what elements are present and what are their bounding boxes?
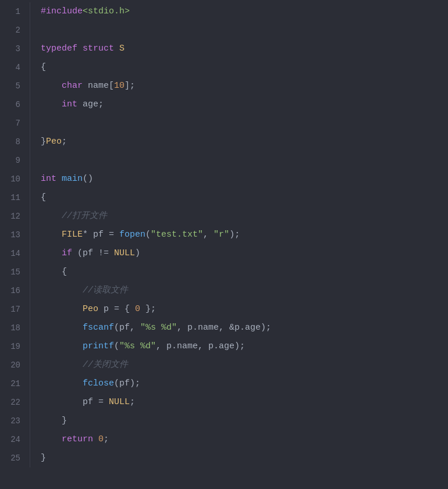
token	[93, 430, 98, 449]
token: <stdio.h>	[83, 2, 130, 21]
line-number: 13	[5, 226, 20, 244]
line-number: 23	[5, 412, 20, 430]
token: (pf !=	[72, 244, 114, 263]
code-line	[41, 114, 448, 133]
code-line: if (pf != NULL)	[41, 244, 448, 263]
line-number: 4	[5, 58, 20, 77]
token: 0	[98, 430, 104, 449]
token: {	[62, 263, 67, 281]
token: ;	[130, 393, 135, 412]
code-line: fscanf(pf, "%s %d", p.name, &p.age);	[41, 319, 448, 337]
token: {	[41, 188, 46, 207]
token: fopen	[119, 226, 145, 244]
code-line: //关闭文件	[41, 356, 448, 374]
token: char	[62, 77, 83, 95]
token: )	[135, 244, 140, 263]
token: #include	[41, 2, 83, 21]
token: "r"	[214, 226, 229, 244]
line-number: 19	[5, 337, 20, 356]
code-line: Peo p = { 0 };	[41, 300, 448, 319]
token: //读取文件	[83, 281, 128, 300]
line-number: 6	[5, 95, 20, 114]
line-number: 8	[5, 133, 20, 151]
token: , p.name, &p.age);	[177, 319, 271, 337]
code-line: FILE* pf = fopen("test.txt", "r");	[41, 226, 448, 244]
token: int	[41, 170, 56, 188]
line-number: 2	[5, 21, 20, 40]
code-line: //打开文件	[41, 207, 448, 226]
line-number: 14	[5, 244, 20, 263]
token: "%s %d"	[119, 337, 156, 356]
token: FILE	[62, 226, 83, 244]
token: }	[62, 412, 67, 430]
line-number: 10	[5, 170, 20, 188]
line-number: 22	[5, 393, 20, 412]
line-number: 3	[5, 40, 20, 58]
token: , p.name, p.age);	[156, 337, 245, 356]
token	[41, 319, 83, 337]
code-line: }	[41, 449, 448, 467]
code-line: }	[41, 412, 448, 430]
token: "test.txt"	[151, 226, 203, 244]
line-number: 18	[5, 319, 20, 337]
token: );	[229, 226, 240, 244]
token: Peo	[46, 133, 62, 151]
code-line: {	[41, 58, 448, 77]
line-number: 12	[5, 207, 20, 226]
token: main	[62, 170, 83, 188]
token	[77, 40, 83, 58]
token	[41, 300, 83, 319]
code-line	[41, 21, 448, 40]
token: ,	[203, 226, 214, 244]
code-line: pf = NULL;	[41, 393, 448, 412]
line-number: 1	[5, 2, 20, 21]
token	[41, 263, 62, 281]
token: };	[140, 300, 156, 319]
line-number: 5	[5, 77, 20, 95]
line-number-gutter: 1234567891011121314151617181920212223242…	[0, 2, 30, 467]
line-number: 9	[5, 151, 20, 170]
code-content: #include<stdio.h> typedef struct S{ char…	[30, 2, 448, 467]
token: ()	[83, 170, 93, 188]
token: //打开文件	[62, 207, 107, 226]
line-number: 16	[5, 281, 20, 300]
code-line: }Peo;	[41, 133, 448, 151]
token: fscanf	[83, 319, 114, 337]
token: fclose	[83, 374, 114, 393]
token: age;	[77, 95, 104, 114]
code-line: typedef struct S	[41, 40, 448, 58]
token	[41, 393, 83, 412]
line-number: 15	[5, 263, 20, 281]
token	[41, 77, 62, 95]
token	[41, 412, 62, 430]
code-line: char name[10];	[41, 77, 448, 95]
token: struct	[83, 40, 114, 58]
token: }	[41, 133, 46, 151]
line-number: 21	[5, 374, 20, 393]
line-number: 17	[5, 300, 20, 319]
line-number: 11	[5, 188, 20, 207]
token	[41, 244, 62, 263]
code-line: return 0;	[41, 430, 448, 449]
token: typedef	[41, 40, 77, 58]
token	[41, 226, 62, 244]
token	[41, 374, 83, 393]
token: (pf);	[114, 374, 140, 393]
token: //关闭文件	[83, 356, 128, 374]
token: "%s %d"	[140, 319, 177, 337]
token: if	[62, 244, 72, 263]
token: printf	[83, 337, 114, 356]
token: S	[114, 40, 125, 58]
token: pf =	[83, 393, 109, 412]
line-number: 7	[5, 114, 20, 133]
token: (	[114, 337, 119, 356]
token: }	[41, 449, 46, 467]
line-number: 24	[5, 430, 20, 449]
code-line: {	[41, 188, 448, 207]
code-line: //读取文件	[41, 281, 448, 300]
token: (	[145, 226, 151, 244]
code-editor: 1234567891011121314151617181920212223242…	[0, 0, 448, 470]
token: Peo	[83, 300, 98, 319]
code-line	[41, 151, 448, 170]
code-line: int age;	[41, 95, 448, 114]
